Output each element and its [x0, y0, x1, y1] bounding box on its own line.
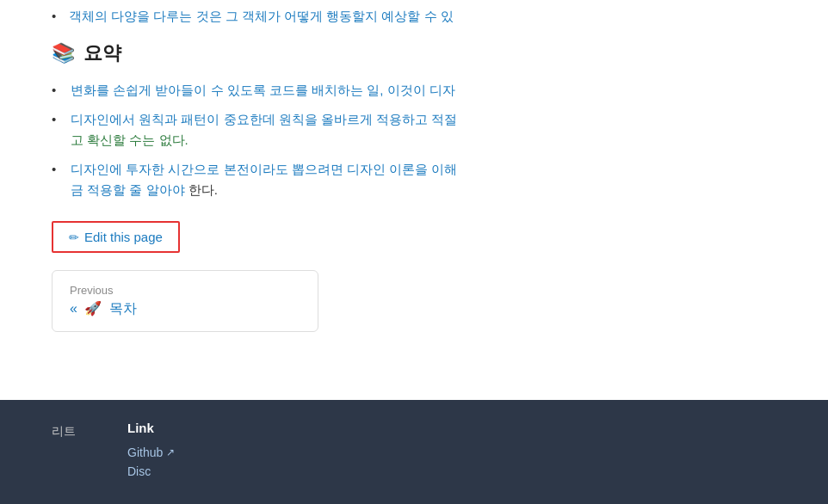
- footer: 리트 Link Github ↗ Disc: [0, 400, 828, 504]
- main-content: 객체의 다양을 다루는 것은 그 객체가 어떻게 행동할지 예상할 수 있 📚 …: [0, 0, 828, 400]
- footer-disc-label: Disc: [127, 464, 151, 478]
- footer-left-text: 리트: [52, 424, 76, 439]
- nav-previous-emoji: 🚀: [84, 301, 102, 316]
- footer-github-link[interactable]: Github ↗: [127, 446, 175, 459]
- edit-button-wrapper: ✏ Edit this page: [52, 221, 776, 253]
- footer-github-label: Github: [127, 446, 163, 459]
- bullet-link-3b[interactable]: 금 적용할 줄 알아야: [71, 182, 185, 197]
- summary-icon: 📚: [52, 42, 75, 65]
- bullet-link-2a[interactable]: 디자인에서 원칙과 패턴이 중요한데 원칙을 올바르게 적용하고 적절: [71, 112, 457, 126]
- summary-bullet-list: 변화를 손쉽게 받아들이 수 있도록 코드를 배치하는 일, 이것이 디자 디자…: [52, 80, 776, 200]
- list-item: 변화를 손쉽게 받아들이 수 있도록 코드를 배치하는 일, 이것이 디자: [52, 80, 776, 101]
- summary-title: 요약: [83, 40, 121, 66]
- summary-section-header: 📚 요약: [52, 40, 776, 66]
- pencil-icon: ✏: [69, 230, 79, 244]
- top-bullet-item: 객체의 다양을 다루는 것은 그 객체가 어떻게 행동할지 예상할 수 있: [52, 9, 776, 25]
- footer-links-heading: Link: [127, 421, 175, 435]
- bullet-text-3: 한다.: [185, 182, 218, 197]
- bullet-link-3a[interactable]: 디자인에 투자한 시간으로 본전이라도 뽑으려면 디자인 이론을 이해: [71, 162, 457, 176]
- footer-disc-link[interactable]: Disc: [127, 464, 175, 478]
- nav-previous-label: Previous: [70, 284, 300, 297]
- list-item: 디자인에서 원칙과 패턴이 중요한데 원칙을 올바르게 적용하고 적절 고 확신…: [52, 109, 776, 151]
- page-wrapper: 객체의 다양을 다루는 것은 그 객체가 어떻게 행동할지 예상할 수 있 📚 …: [0, 0, 828, 504]
- nav-previous-title: 목차: [109, 301, 137, 316]
- nav-previous-arrow: «: [70, 301, 77, 316]
- edit-page-button[interactable]: ✏ Edit this page: [52, 221, 180, 253]
- footer-links-section: Link Github ↗ Disc: [127, 421, 175, 483]
- external-link-icon: ↗: [166, 446, 175, 458]
- nav-previous-link[interactable]: « 🚀 목차: [70, 300, 300, 318]
- list-item: 디자인에 투자한 시간으로 본전이라도 뽑으려면 디자인 이론을 이해 금 적용…: [52, 159, 776, 200]
- nav-cards-section: Previous « 🚀 목차: [52, 270, 776, 332]
- nav-card-previous: Previous « 🚀 목차: [52, 270, 318, 332]
- top-bullet-text: 객체의 다양을 다루는 것은 그 객체가 어떻게 행동할지 예상할 수 있: [69, 9, 454, 23]
- bullet-link-1[interactable]: 변화를 손쉽게 받아들이 수 있도록 코드를 배치하는 일, 이것이 디자: [71, 83, 455, 97]
- edit-button-label: Edit this page: [84, 230, 163, 244]
- bullet-link-2b[interactable]: 고 확신할 수는 없다.: [71, 132, 188, 147]
